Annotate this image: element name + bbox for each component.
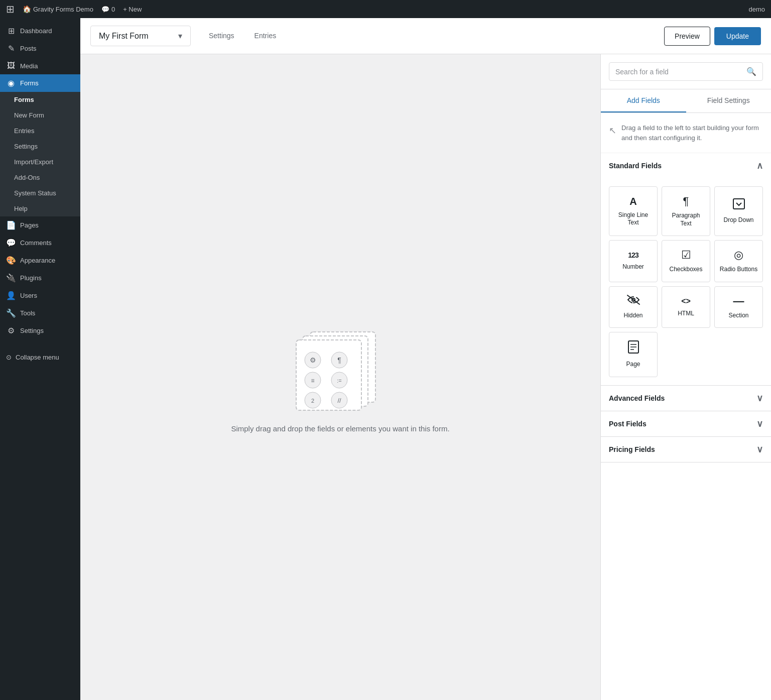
standard-fields-header[interactable]: Standard Fields ∧ xyxy=(601,153,771,178)
sidebar-item-comments[interactable]: 💬 Comments xyxy=(0,234,80,252)
standard-fields-grid: A Single Line Text ¶ Paragraph Text xyxy=(601,178,771,385)
submenu-add-ons[interactable]: Add-Ons xyxy=(0,170,80,185)
collapse-icon: ⊙ xyxy=(6,354,12,361)
nav-entries[interactable]: Entries xyxy=(244,27,287,46)
checkboxes-label: Checkboxes xyxy=(669,266,702,274)
admin-bar: ⊞ 🏠 Gravity Forms Demo 💬 0 + New demo xyxy=(0,0,771,18)
form-canvas: ⚙ ¶ ≡ := 2 xyxy=(80,54,600,700)
forms-icon: ◉ xyxy=(6,78,16,88)
field-search-wrap: 🔍 xyxy=(609,62,763,81)
standard-fields-toggle: ∧ xyxy=(756,160,763,171)
canvas-placeholder-text: Simply drag and drop the fields or eleme… xyxy=(231,424,449,433)
section-icon: — xyxy=(733,295,744,308)
site-name[interactable]: 🏠 Gravity Forms Demo xyxy=(23,5,93,13)
submenu-system-status[interactable]: System Status xyxy=(0,185,80,201)
sidebar-item-appearance[interactable]: 🎨 Appearance xyxy=(0,252,80,269)
sidebar-item-tools[interactable]: 🔧 Tools xyxy=(0,304,80,322)
sidebar-collapse[interactable]: ⊙ Collapse menu xyxy=(0,349,80,365)
advanced-fields-label: Advanced Fields xyxy=(609,394,665,402)
field-paragraph-text[interactable]: ¶ Paragraph Text xyxy=(662,186,710,236)
field-single-line-text[interactable]: A Single Line Text xyxy=(609,186,658,236)
svg-text:¶: ¶ xyxy=(337,356,341,364)
sidebar-item-label: Plugins xyxy=(20,274,42,282)
nav-settings[interactable]: Settings xyxy=(199,27,244,46)
form-selector[interactable]: My First Form ▾ xyxy=(90,26,191,46)
update-button[interactable]: Update xyxy=(714,27,761,45)
tab-field-settings[interactable]: Field Settings xyxy=(686,89,772,112)
sidebar-item-settings[interactable]: ⚙ Settings xyxy=(0,322,80,339)
submenu-help[interactable]: Help xyxy=(0,201,80,216)
sidebar-item-users[interactable]: 👤 Users xyxy=(0,287,80,304)
new-link[interactable]: + New xyxy=(123,6,142,13)
field-radio-buttons[interactable]: ◎ Radio Buttons xyxy=(714,240,763,282)
submenu-entries[interactable]: Entries xyxy=(0,123,80,139)
sidebar-item-label: Posts xyxy=(20,45,37,52)
form-selector-arrow: ▾ xyxy=(178,31,182,41)
svg-text:≡: ≡ xyxy=(311,377,314,384)
standard-fields-section: Standard Fields ∧ A Single Line Text ¶ P… xyxy=(601,153,771,386)
checkboxes-icon: ☑ xyxy=(681,249,691,262)
preview-button[interactable]: Preview xyxy=(664,27,710,46)
sidebar-item-label: Dashboard xyxy=(20,27,52,35)
hidden-icon xyxy=(627,295,640,308)
pricing-fields-label: Pricing Fields xyxy=(609,445,655,453)
field-html[interactable]: <> HTML xyxy=(662,286,710,328)
post-fields-section: Post Fields ∨ xyxy=(601,411,771,437)
single-line-text-label: Single Line Text xyxy=(613,211,653,227)
single-line-text-icon: A xyxy=(629,196,636,207)
field-checkboxes[interactable]: ☑ Checkboxes xyxy=(662,240,710,282)
svg-text://: // xyxy=(337,397,341,404)
field-search-container: 🔍 xyxy=(601,54,771,89)
page-label: Page xyxy=(626,361,640,369)
sidebar-item-label: Settings xyxy=(20,327,44,334)
advanced-fields-header[interactable]: Advanced Fields ∨ xyxy=(601,386,771,411)
user-link[interactable]: demo xyxy=(748,6,765,13)
svg-text:⚙: ⚙ xyxy=(310,356,316,364)
field-number[interactable]: 123 Number xyxy=(609,240,658,282)
submenu-import-export[interactable]: Import/Export xyxy=(0,154,80,170)
pricing-fields-toggle: ∨ xyxy=(756,444,763,455)
sidebar-item-dashboard[interactable]: ⊞ Dashboard xyxy=(0,22,80,40)
pricing-fields-section: Pricing Fields ∨ xyxy=(601,437,771,462)
canvas-illustration: ⚙ ¶ ≡ := 2 xyxy=(285,322,396,412)
posts-icon: ✎ xyxy=(6,44,16,53)
users-icon: 👤 xyxy=(6,291,16,300)
field-search-input[interactable] xyxy=(615,68,742,76)
settings-icon: ⚙ xyxy=(6,326,16,335)
page-icon xyxy=(628,340,639,357)
sidebar-item-label: Forms xyxy=(20,79,39,87)
forms-submenu: Forms New Form Entries Settings Import/E… xyxy=(0,92,80,216)
post-fields-toggle: ∨ xyxy=(756,418,763,429)
sidebar-item-media[interactable]: 🖼 Media xyxy=(0,57,80,74)
hidden-label: Hidden xyxy=(623,312,642,320)
sidebar-item-plugins[interactable]: 🔌 Plugins xyxy=(0,269,80,287)
post-fields-header[interactable]: Post Fields ∨ xyxy=(601,411,771,436)
sidebar-item-forms[interactable]: ◉ Forms xyxy=(0,74,80,92)
top-bar-actions: Preview Update xyxy=(664,27,761,46)
tab-add-fields[interactable]: Add Fields xyxy=(601,89,686,112)
tools-icon: 🔧 xyxy=(6,308,16,318)
submenu-new-form[interactable]: New Form xyxy=(0,107,80,123)
submenu-forms[interactable]: Forms xyxy=(0,92,80,107)
field-page[interactable]: Page xyxy=(609,332,658,377)
html-icon: <> xyxy=(681,297,691,306)
field-section[interactable]: — Section xyxy=(714,286,763,328)
appearance-icon: 🎨 xyxy=(6,256,16,265)
sidebar-item-posts[interactable]: ✎ Posts xyxy=(0,40,80,57)
comments-link[interactable]: 💬 0 xyxy=(101,6,115,13)
dashboard-icon: ⊞ xyxy=(6,26,16,36)
canvas-placeholder: ⚙ ¶ ≡ := 2 xyxy=(231,322,449,433)
drag-hint-text: Drag a field to the left to start buildi… xyxy=(621,123,763,143)
sidebar-item-pages[interactable]: 📄 Pages xyxy=(0,216,80,234)
number-label: Number xyxy=(622,263,644,271)
svg-text:2: 2 xyxy=(311,398,314,404)
submenu-settings[interactable]: Settings xyxy=(0,139,80,154)
field-drop-down[interactable]: Drop Down xyxy=(714,186,763,236)
sidebar-item-label: Users xyxy=(20,292,37,299)
drop-down-label: Drop Down xyxy=(723,216,753,224)
field-hidden[interactable]: Hidden xyxy=(609,286,658,328)
pages-icon: 📄 xyxy=(6,220,16,230)
pricing-fields-header[interactable]: Pricing Fields ∨ xyxy=(601,437,771,462)
sidebar-item-label: Appearance xyxy=(20,257,55,264)
sidebar-item-label: Tools xyxy=(20,309,35,317)
